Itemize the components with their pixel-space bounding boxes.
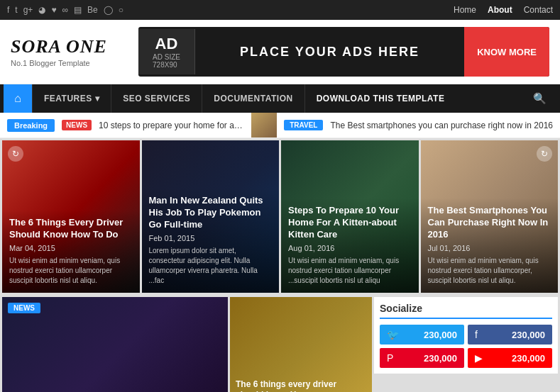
breaking-news-text2: The Best smartphones you can purchase ri… [330, 121, 553, 130]
card-4-date: Jul 01, 2016 [428, 244, 551, 252]
ad-label: AD AD SIZE728X90 [138, 29, 195, 74]
socialize-title: Socialize [380, 303, 552, 319]
home-topnav-link[interactable]: Home [454, 5, 476, 15]
nav-items-list: FEATURES ▾ SEO SERVICES DOCUMENTATION DO… [32, 84, 523, 113]
youtube-icon: ▶ [475, 352, 483, 364]
rss-topnav-icon[interactable]: ▤ [74, 5, 82, 15]
articles-grid: ↻ The 6 Things Every Driver Should Know … [0, 138, 560, 295]
card-1-overlay: The 6 Things Every Driver Should Know Ho… [2, 210, 140, 293]
pinterest-social-item[interactable]: P 230,000 [380, 348, 464, 368]
card-1-excerpt: Ut wisi enim ad minim veniam, quis nostr… [9, 256, 133, 286]
bottom-left-card-area: NEWS [2, 297, 228, 392]
be-topnav-icon[interactable]: Be [87, 5, 98, 15]
card-4-title: The Best Smartphones You Can Purchase Ri… [428, 205, 551, 241]
card-4-overlay: The Best Smartphones You Can Purchase Ri… [421, 198, 559, 293]
breaking-news-text: 10 steps to prepare your home for a Kitt… [99, 121, 244, 130]
article-card-2[interactable]: Man In New Zealand Quits His Job To Play… [142, 140, 280, 293]
card-2-date: Feb 01, 2015 [149, 234, 273, 242]
top-navigation: f t g+ ◕ ♥ ∞ ▤ Be ◯ ○ Home About Contact [0, 0, 560, 20]
misc1-topnav-icon[interactable]: ∞ [62, 5, 69, 15]
home-icon: ⌂ [14, 92, 21, 105]
nav-item-documentation[interactable]: DOCUMENTATION [202, 84, 304, 113]
card-3-date: Aug 01, 2016 [288, 244, 412, 252]
misc2-topnav-icon[interactable]: ○ [119, 5, 123, 15]
socialize-box: Socialize 🐦 230,000 f 230,000 P 230,000 … [374, 297, 558, 374]
nav-item-seo[interactable]: SEO SERVICES [111, 84, 202, 113]
nav-search-button[interactable]: 🔍 [523, 92, 556, 105]
twitter-topnav-icon[interactable]: t [15, 5, 17, 15]
twitter-social-item[interactable]: 🐦 230,000 [380, 325, 464, 345]
facebook-count: 230,000 [512, 330, 545, 340]
bottom-card-2-overlay: The 6 things every driver should know Ho… [230, 374, 372, 392]
ad-know-more-button[interactable]: KNOW MORE [464, 27, 549, 77]
nav-item-features[interactable]: FEATURES ▾ [32, 84, 111, 113]
ad-text: AD [155, 35, 178, 53]
social-grid: 🐦 230,000 f 230,000 P 230,000 ▶ 230,000 [380, 325, 552, 368]
article-card-1[interactable]: ↻ The 6 Things Every Driver Should Know … [2, 140, 140, 293]
instagram-topnav-icon[interactable]: ◯ [104, 5, 113, 15]
card-1-date: Mar 04, 2015 [9, 244, 133, 252]
card-3-overlay: Steps To Prepare 10 Your Home For A Kitt… [281, 198, 419, 293]
site-header: SORA ONE No.1 Blogger Template AD AD SIZ… [0, 20, 560, 84]
heart-topnav-icon[interactable]: ♥ [51, 5, 56, 15]
article-card-4[interactable]: ↻ The Best Smartphones You Can Purchase … [421, 140, 559, 293]
card-2-overlay: Man In New Zealand Quits His Job To Play… [142, 188, 280, 293]
ad-size: AD SIZE728X90 [153, 53, 180, 69]
about-topnav-link[interactable]: About [488, 5, 512, 15]
card-2-title: Man In New Zealand Quits His Job To Play… [149, 195, 273, 231]
site-logo[interactable]: SORA ONE [11, 36, 124, 57]
bottom-card-1[interactable]: NEWS [2, 297, 228, 392]
pinterest-count: 230,000 [424, 353, 457, 364]
logo-area: SORA ONE No.1 Blogger Template [11, 36, 124, 67]
card-3-excerpt: Ut wisi enim ad minim veniam, quis nostr… [288, 256, 412, 286]
bottom-card-2[interactable]: The 6 things every driver should know Ho… [230, 297, 372, 392]
ad-placeholder-text: PLACE YOUR ADS HERE [195, 45, 464, 60]
main-navigation: ⌂ FEATURES ▾ SEO SERVICES DOCUMENTATION … [0, 84, 560, 113]
card-2-excerpt: Lorem ipsum dolor sit amet, consectetur … [149, 246, 273, 286]
social-icons-bar: f t g+ ◕ ♥ ∞ ▤ Be ◯ ○ [7, 5, 123, 15]
bottom-section: NEWS The 6 things every driver should kn… [0, 295, 560, 392]
facebook-topnav-icon[interactable]: f [7, 5, 9, 15]
card-1-title: The 6 Things Every Driver Should Know Ho… [9, 217, 133, 241]
refresh-left-icon[interactable]: ↻ [8, 146, 23, 162]
youtube-social-item[interactable]: ▶ 230,000 [468, 348, 552, 368]
facebook-icon: f [475, 329, 478, 340]
ad-banner: AD AD SIZE728X90 PLACE YOUR ADS HERE KNO… [138, 27, 549, 77]
pinterest-icon: P [387, 352, 393, 364]
twitter-count: 230,000 [424, 330, 457, 340]
contact-topnav-link[interactable]: Contact [524, 5, 553, 15]
top-nav-links: Home About Contact [454, 5, 553, 15]
twitter-icon: 🐦 [387, 329, 399, 340]
nav-item-download[interactable]: DOWNLOAD THIS TEMPLATE [304, 84, 456, 113]
bottom-card-2-title: The 6 things every driver should know Ho… [236, 379, 366, 392]
breaking-news-bar: Breaking NEWS 10 steps to prepare your h… [0, 113, 560, 138]
card-4-excerpt: Ut wisi enim ad minim veniam, quis nostr… [428, 256, 551, 286]
article-card-3[interactable]: Steps To Prepare 10 Your Home For A Kitt… [281, 140, 419, 293]
travel-badge: TRAVEL [284, 120, 323, 130]
bottom-news-badge: NEWS [8, 303, 40, 313]
youtube-count: 230,000 [512, 353, 545, 364]
home-nav-button[interactable]: ⌂ [4, 84, 32, 113]
bottom-mid-card-area: The 6 things every driver should know Ho… [230, 297, 372, 392]
breaking-news-image [251, 113, 277, 138]
socialize-area: Socialize 🐦 230,000 f 230,000 P 230,000 … [374, 297, 558, 392]
facebook-social-item[interactable]: f 230,000 [468, 325, 552, 345]
pinterest-topnav-icon[interactable]: ◕ [38, 5, 45, 15]
card-3-title: Steps To Prepare 10 Your Home For A Kitt… [288, 205, 412, 241]
news-badge: NEWS [62, 120, 92, 130]
gplus-topnav-icon[interactable]: g+ [23, 5, 33, 15]
refresh-right-icon[interactable]: ↻ [537, 146, 552, 162]
breaking-badge: Breaking [7, 119, 55, 132]
site-tagline: No.1 Blogger Template [11, 59, 124, 67]
